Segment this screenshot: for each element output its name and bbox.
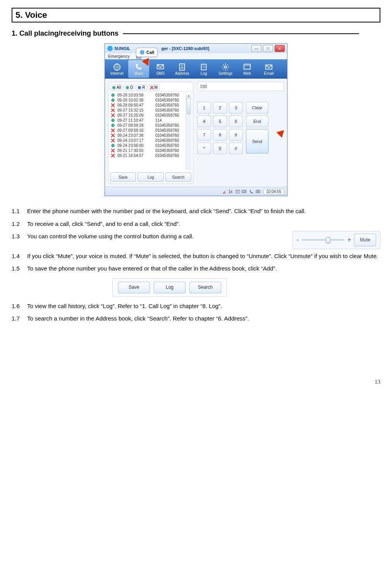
log-number: 01045358760 [155, 148, 179, 153]
sms-status-icon: :03 [236, 190, 246, 194]
email-tab[interactable]: Email [258, 60, 279, 78]
mute-button[interactable]: Mute [354, 234, 376, 246]
instruction-item: 1.1Enter the phone number with the numbe… [12, 206, 380, 217]
call-type-icon [111, 98, 115, 102]
call-type-icon [111, 108, 115, 112]
log-timestamp: 09-27 09:58:16 [117, 128, 153, 133]
log-number: 01045358760 [155, 113, 179, 117]
content-area: AllDRM 09-28 10:03:580104535876009-28 10… [105, 79, 287, 187]
search-button[interactable]: Search [189, 282, 221, 293]
key-#[interactable]: # [229, 143, 243, 154]
log-timestamp: 09-28 09:50:47 [117, 103, 153, 107]
scroll-up-icon[interactable]: ▴ [186, 93, 191, 98]
log-icon [199, 63, 208, 71]
dialer-panel: 190 123456789*0# Clear End Send [197, 82, 284, 184]
minimize-button[interactable]: — [251, 45, 261, 52]
toolbar-label: Settings [218, 71, 232, 76]
instruction-item: 1.3 - + Mute You can control the volume … [12, 231, 380, 249]
svg-point-15 [138, 86, 141, 89]
search-button[interactable]: Search [165, 172, 191, 182]
log-list: 09-28 10:03:580104535876009-28 10:02:380… [110, 93, 191, 170]
log-row[interactable]: 09-28 10:02:3801045358760 [110, 98, 191, 103]
call-log-panel: AllDRM 09-28 10:03:580104535876009-28 10… [108, 82, 193, 184]
volume-thumb[interactable] [326, 237, 330, 243]
svg-point-17 [111, 98, 115, 102]
key-3[interactable]: 3 [229, 102, 243, 114]
volume-minus[interactable]: - [297, 234, 299, 246]
key-*[interactable]: * [197, 143, 211, 154]
svg-rect-4 [180, 64, 185, 70]
buttons-figure: Save Log Search [112, 278, 380, 297]
log-row[interactable]: 09-28 10:03:5801045358760 [110, 93, 191, 98]
key-4[interactable]: 4 [197, 115, 211, 127]
log-row[interactable]: 09-27 09:59:2801045358760 [110, 123, 191, 128]
log-timestamp: 09-24 23:07:17 [117, 138, 153, 143]
log-row[interactable]: 09-24 23:06:0001045358760 [110, 143, 191, 148]
key-6[interactable]: 6 [229, 115, 243, 127]
filter-all[interactable]: All [110, 84, 123, 90]
save-button[interactable]: Save [110, 172, 136, 182]
log-timestamp: 09-24 23:06:00 [117, 143, 153, 148]
web-tab[interactable]: Web [237, 60, 258, 78]
maximize-button[interactable]: □ [263, 45, 273, 52]
key-9[interactable]: 9 [229, 129, 243, 141]
log-row[interactable]: 09-27 09:58:1601045358760 [110, 128, 191, 133]
svg-rect-21 [223, 192, 224, 194]
clear-button[interactable]: Clear [246, 102, 268, 114]
tooltip-label: Call [146, 50, 154, 55]
close-button[interactable]: ✕ [275, 45, 285, 52]
log-button[interactable]: Log [154, 282, 186, 293]
svg-point-5 [181, 65, 183, 67]
key-5[interactable]: 5 [213, 115, 227, 127]
call-type-icon [111, 138, 115, 143]
subsection-title-text: 1. Call placing/receiving buttons [12, 29, 119, 37]
key-7[interactable]: 7 [197, 129, 211, 141]
volume-slider[interactable] [302, 239, 344, 241]
filter-icon [126, 86, 129, 90]
log-button[interactable]: Log [138, 172, 163, 182]
dial-display[interactable]: 190 [197, 82, 284, 91]
volume-figure: - + Mute [292, 231, 380, 249]
address-tab[interactable]: Address [172, 60, 193, 78]
instruction-item: 1.5To save the phone number you have ent… [12, 263, 380, 274]
item-text: Enter the phone number with the number p… [27, 206, 380, 217]
key-1[interactable]: 1 [197, 102, 211, 114]
scroll-thumb[interactable] [187, 98, 191, 114]
log-row[interactable]: 09-27 11:10:47114 [110, 118, 191, 123]
sms-tab[interactable]: SMS [150, 60, 171, 78]
log-number: 01045358760 [155, 103, 179, 107]
log-row[interactable]: 09-28 09:50:4701045358760 [110, 103, 191, 108]
send-button[interactable]: Send [246, 129, 268, 153]
call-type-icon [111, 113, 115, 117]
log-timestamp: 09-27 11:10:47 [117, 118, 153, 122]
filter-d[interactable]: D [124, 84, 135, 90]
call-type-icon [111, 103, 115, 107]
log-row[interactable]: 09-21 16:54:5701045358760 [110, 153, 191, 158]
item-number: 1.5 [12, 263, 27, 274]
scrollbar[interactable]: ▴ [186, 93, 191, 170]
save-button[interactable]: Save [118, 282, 150, 293]
key-8[interactable]: 8 [213, 129, 227, 141]
toolbar-label: Address [175, 71, 189, 76]
end-button[interactable]: End [246, 115, 268, 127]
log-row[interactable]: 09-27 15:32:1501045358760 [110, 108, 191, 113]
filter-icon [150, 86, 154, 90]
filter-m[interactable]: M [148, 84, 160, 90]
toolbar-label: Voice [134, 71, 143, 76]
internet-icon [113, 63, 121, 71]
email-icon [265, 63, 273, 71]
internet-tab[interactable]: Internet [107, 60, 127, 78]
key-2[interactable]: 2 [213, 102, 227, 114]
log-row[interactable]: 09-21 17:30:5501045358760 [110, 148, 191, 153]
key-0[interactable]: 0 [213, 143, 227, 154]
log-tab[interactable]: Log [193, 60, 214, 78]
menubar[interactable]: Emergency [105, 53, 287, 59]
item-text: - + Mute You can control the volume usin… [27, 231, 380, 249]
log-row[interactable]: 09-27 15:25:0901045358760 [110, 113, 191, 118]
filter-r[interactable]: R [136, 84, 147, 90]
log-row[interactable]: 09-24 23:07:3801045358760 [110, 133, 191, 138]
emergency-menu[interactable]: Emergency [108, 54, 130, 59]
volume-plus[interactable]: + [347, 234, 351, 246]
settings-tab[interactable]: Settings [215, 60, 236, 78]
log-row[interactable]: 09-24 23:07:1701045358760 [110, 138, 191, 143]
